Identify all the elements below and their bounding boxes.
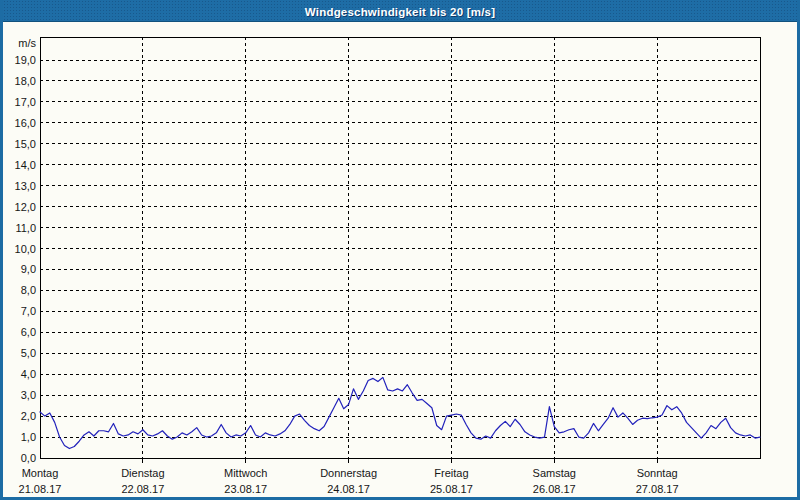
y-tick-label: 17,0 [15, 96, 36, 108]
y-tick-label: 11,0 [15, 222, 36, 234]
y-tick-label: 12,0 [15, 201, 36, 213]
y-tick-label: 6,0 [21, 326, 36, 338]
date-label: 21.08.17 [19, 483, 62, 495]
y-tick-label: 4,0 [21, 368, 36, 380]
date-label: 22.08.17 [121, 483, 164, 495]
day-label: Donnerstag [320, 467, 377, 479]
day-label: Samstag [533, 467, 576, 479]
y-tick-label: 10,0 [15, 243, 36, 255]
date-label: 25.08.17 [430, 483, 473, 495]
y-tick-label: 3,0 [21, 389, 36, 401]
y-tick-label: 2,0 [21, 410, 36, 422]
date-label: 27.08.17 [636, 483, 679, 495]
wind-speed-chart: 0,01,02,03,04,05,06,07,08,09,010,011,012… [3, 22, 797, 497]
day-label: Mittwoch [224, 467, 267, 479]
y-tick-label: 15,0 [15, 138, 36, 150]
y-tick-label: 7,0 [21, 305, 36, 317]
date-label: 24.08.17 [327, 483, 370, 495]
wind-speed-series-line [40, 377, 760, 448]
window-title: Windgeschwindigkeit bis 20 [m/s] [305, 6, 495, 18]
date-label: 23.08.17 [224, 483, 267, 495]
day-label: Dienstag [121, 467, 164, 479]
y-axis-unit-label: m/s [18, 37, 36, 49]
y-tick-label: 14,0 [15, 159, 36, 171]
chart-window: Windgeschwindigkeit bis 20 [m/s] 0,01,02… [0, 0, 800, 500]
y-tick-label: 5,0 [21, 347, 36, 359]
y-tick-label: 18,0 [15, 75, 36, 87]
y-tick-label: 16,0 [15, 117, 36, 129]
y-tick-label: 13,0 [15, 180, 36, 192]
y-tick-label: 9,0 [21, 263, 36, 275]
date-label: 26.08.17 [533, 483, 576, 495]
y-tick-label: 19,0 [15, 54, 36, 66]
day-label: Montag [22, 467, 59, 479]
y-tick-label: 0,0 [21, 452, 36, 464]
y-tick-label: 1,0 [21, 431, 36, 443]
y-tick-label: 8,0 [21, 284, 36, 296]
day-label: Freitag [434, 467, 468, 479]
day-label: Sonntag [637, 467, 678, 479]
titlebar: Windgeschwindigkeit bis 20 [m/s] [3, 0, 797, 22]
